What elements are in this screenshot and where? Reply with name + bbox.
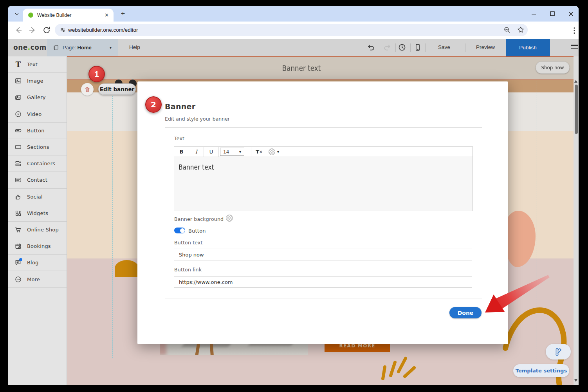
annotation-arrow bbox=[466, 260, 556, 323]
button-toggle[interactable] bbox=[174, 228, 185, 233]
banner-selection-line-top bbox=[67, 56, 574, 57]
modal-subtitle: Edit and style your banner bbox=[165, 116, 230, 122]
site-info-icon[interactable] bbox=[60, 27, 66, 33]
reload-icon[interactable] bbox=[42, 26, 51, 34]
text-color-button[interactable]: ▾ bbox=[267, 147, 281, 157]
canvas-scrollbar[interactable] bbox=[574, 56, 579, 385]
sections-icon bbox=[14, 143, 22, 151]
undo-icon[interactable] bbox=[367, 43, 375, 52]
sidebar-item-more[interactable]: More bbox=[8, 271, 67, 287]
sidebar-item-containers[interactable]: Containers bbox=[8, 155, 67, 172]
mobile-preview-icon[interactable] bbox=[413, 43, 422, 52]
maximize-icon bbox=[550, 11, 555, 16]
text-field-label: Text bbox=[174, 135, 184, 141]
trash-icon bbox=[84, 86, 90, 93]
banner-background-swatch[interactable] bbox=[226, 215, 233, 222]
banner-text-value: Banner text bbox=[179, 163, 214, 171]
clear-format-button[interactable]: T× bbox=[251, 147, 267, 157]
browser-tab[interactable]: Website Builder ✕ bbox=[23, 9, 114, 22]
builder-menu-icon[interactable] bbox=[571, 45, 578, 51]
redo-icon[interactable] bbox=[383, 43, 391, 52]
save-button[interactable]: Save bbox=[438, 44, 450, 50]
page-selector[interactable]: Page: Home ▾ bbox=[47, 39, 118, 56]
online-shop-icon bbox=[14, 226, 22, 233]
browser-menu-icon[interactable] bbox=[570, 26, 579, 35]
preview-button[interactable]: Preview bbox=[476, 44, 495, 50]
template-settings-button[interactable]: Template settings bbox=[513, 364, 569, 377]
scroll-down-icon[interactable] bbox=[574, 379, 577, 382]
sidebar-item-text[interactable]: T Text bbox=[8, 56, 67, 73]
toggle-knob bbox=[180, 228, 185, 233]
sidebar-item-widgets[interactable]: Widgets bbox=[8, 205, 67, 222]
toolbar-divider bbox=[395, 43, 396, 52]
font-size-select[interactable]: 14▾ bbox=[220, 148, 244, 156]
page-caret-icon: ▾ bbox=[110, 45, 112, 50]
sidebar-item-bookings[interactable]: Bookings bbox=[8, 238, 67, 255]
button-link-label: Button link bbox=[174, 267, 202, 273]
site-banner-text[interactable]: Banner text bbox=[95, 64, 508, 72]
toolbar-divider bbox=[425, 43, 426, 52]
toolbar-divider bbox=[410, 43, 411, 52]
sidebar-item-online-shop[interactable]: Online Shop bbox=[8, 222, 67, 238]
tab-search-button[interactable] bbox=[12, 9, 22, 19]
edit-banner-tooltip[interactable]: Edit banner bbox=[98, 83, 136, 95]
workspace: T Text Image Gallery Video Button Sec bbox=[8, 56, 579, 385]
contact-icon bbox=[14, 176, 22, 184]
banner-background-label: Banner background bbox=[174, 216, 224, 222]
button-text-input[interactable] bbox=[174, 249, 472, 260]
builder-toolbar: one.com Page: Home ▾ Help Save Preview P… bbox=[8, 39, 579, 56]
url-text: websitebuilder.one.com/editor bbox=[68, 27, 138, 33]
bookmark-star-icon[interactable] bbox=[517, 26, 525, 34]
font-size-caret-icon: ▾ bbox=[239, 150, 241, 154]
gallery-icon bbox=[14, 94, 22, 101]
new-tab-button[interactable]: + bbox=[119, 9, 127, 18]
scroll-up-icon[interactable] bbox=[574, 80, 577, 83]
bookings-icon bbox=[14, 242, 22, 250]
banner-shop-now-button[interactable]: Shop now bbox=[536, 61, 569, 74]
element-sidebar: T Text Image Gallery Video Button Sec bbox=[8, 56, 67, 385]
button-icon bbox=[14, 127, 22, 134]
delete-banner-button[interactable] bbox=[81, 83, 94, 96]
template-style-button[interactable] bbox=[546, 344, 571, 359]
sidebar-item-sections[interactable]: Sections bbox=[8, 139, 67, 155]
richtext-toolbar: B I U 14▾ T× ▾ bbox=[174, 146, 473, 157]
history-icon[interactable] bbox=[398, 43, 406, 52]
close-window-button[interactable] bbox=[565, 8, 577, 19]
sidebar-item-button[interactable]: Button bbox=[8, 123, 67, 139]
sidebar-item-contact[interactable]: Contact bbox=[8, 172, 67, 188]
sidebar-item-gallery[interactable]: Gallery bbox=[8, 89, 67, 106]
scrollbar-thumb[interactable] bbox=[575, 85, 578, 134]
zoom-out-icon[interactable] bbox=[503, 26, 511, 34]
browser-window: Website Builder ✕ + websitebuilder.one.c… bbox=[8, 6, 579, 385]
color-swatch-icon bbox=[269, 148, 275, 155]
social-icon bbox=[14, 193, 22, 201]
text-icon: T bbox=[14, 61, 22, 68]
site-banner[interactable]: Banner text Shop now bbox=[67, 57, 574, 79]
sidebar-item-social[interactable]: Social bbox=[8, 189, 67, 205]
publish-button[interactable]: Publish bbox=[506, 39, 550, 56]
widgets-icon bbox=[14, 210, 22, 217]
sidebar-item-video[interactable]: Video bbox=[8, 106, 67, 123]
underline-button[interactable]: U bbox=[204, 147, 219, 157]
help-menu[interactable]: Help bbox=[129, 44, 140, 50]
toolbar-divider bbox=[465, 43, 465, 52]
tab-close-icon[interactable]: ✕ bbox=[105, 12, 109, 18]
italic-button[interactable]: I bbox=[189, 147, 204, 157]
banner-text-editor[interactable]: Banner text bbox=[174, 157, 473, 211]
color-caret-icon: ▾ bbox=[277, 150, 279, 154]
forward-icon[interactable] bbox=[28, 26, 37, 34]
sidebar-item-image[interactable]: Image bbox=[8, 73, 67, 89]
url-bar[interactable]: websitebuilder.one.com/editor bbox=[55, 24, 528, 36]
containers-icon bbox=[14, 160, 22, 167]
bold-button[interactable]: B bbox=[174, 147, 189, 157]
pages-icon bbox=[52, 44, 60, 51]
one-com-logo: one.com bbox=[13, 43, 47, 51]
chevron-down-icon bbox=[14, 12, 19, 16]
minimize-button[interactable] bbox=[528, 8, 539, 19]
button-link-input[interactable] bbox=[174, 276, 472, 288]
maximize-button[interactable] bbox=[547, 8, 558, 19]
back-icon[interactable] bbox=[14, 26, 23, 34]
button-text-label: Button text bbox=[174, 240, 203, 246]
sidebar-item-blog[interactable]: Blog bbox=[8, 255, 67, 271]
hero-blob-shape bbox=[503, 211, 536, 267]
